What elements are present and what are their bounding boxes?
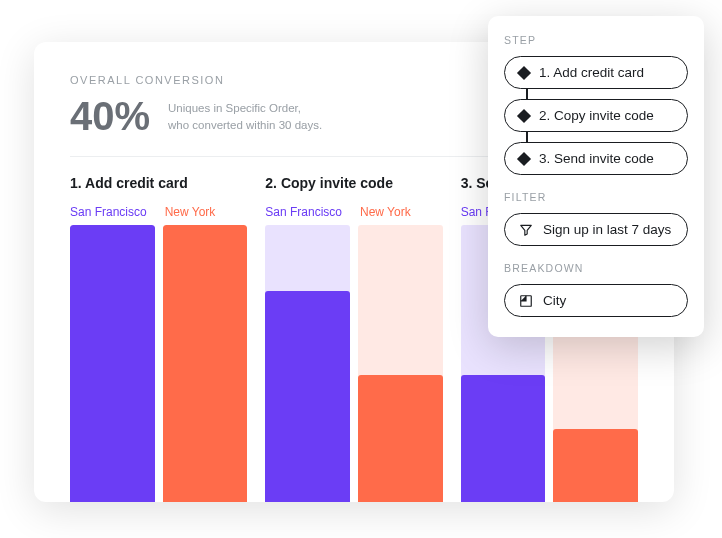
breakdown-icon: [519, 294, 533, 308]
bar-fill: [553, 429, 638, 502]
bar-fill: [358, 375, 443, 502]
filter-section: FILTER Sign up in last 7 days: [504, 191, 688, 246]
breakdown-pill-label: City: [543, 293, 566, 308]
bar-group: [70, 225, 247, 502]
city-label-sf: San Francisco: [70, 205, 153, 219]
city-label-ny: New York: [165, 205, 248, 219]
step-pill-label: 2. Copy invite code: [539, 108, 654, 123]
breakdown-section-label: BREAKDOWN: [504, 262, 688, 274]
subtext-line: who converted within 30 days.: [168, 117, 322, 134]
bar-fill: [163, 225, 248, 502]
step-list: 1. Add credit card 2. Copy invite code 3…: [504, 56, 688, 175]
step-pill-3[interactable]: 3. Send invite code: [504, 142, 688, 175]
filter-section-label: FILTER: [504, 191, 688, 203]
breakdown-pill[interactable]: City: [504, 284, 688, 317]
city-labels: San Francisco New York: [265, 205, 442, 219]
bar-fill: [70, 225, 155, 502]
step-pill-label: 1. Add credit card: [539, 65, 644, 80]
funnel-icon: [519, 223, 533, 237]
bar-ny[interactable]: [163, 225, 248, 502]
svg-marker-0: [521, 225, 532, 235]
filter-pill[interactable]: Sign up in last 7 days: [504, 213, 688, 246]
city-label-sf: San Francisco: [265, 205, 348, 219]
step-pill-2[interactable]: 2. Copy invite code: [504, 99, 688, 132]
step-pill-label: 3. Send invite code: [539, 151, 654, 166]
bar-ny[interactable]: [358, 225, 443, 502]
overall-conversion-percent: 40%: [70, 96, 150, 136]
step-connector: [526, 132, 528, 142]
bar-fill: [265, 291, 350, 502]
breakdown-section: BREAKDOWN City: [504, 262, 688, 317]
bar-group: [265, 225, 442, 502]
diamond-icon: [517, 65, 531, 79]
subtext-line: Uniques in Specific Order,: [168, 100, 322, 117]
config-panel: STEP 1. Add credit card 2. Copy invite c…: [488, 16, 704, 337]
bar-sf[interactable]: [70, 225, 155, 502]
step-connector: [526, 89, 528, 99]
funnel-step-2: 2. Copy invite code San Francisco New Yo…: [265, 175, 442, 502]
diamond-icon: [517, 108, 531, 122]
funnel-step-1: 1. Add credit card San Francisco New Yor…: [70, 175, 247, 502]
filter-pill-label: Sign up in last 7 days: [543, 222, 671, 237]
funnel-step-title: 2. Copy invite code: [265, 175, 442, 191]
conversion-subtext: Uniques in Specific Order, who converted…: [168, 96, 322, 133]
step-pill-1[interactable]: 1. Add credit card: [504, 56, 688, 89]
bar-sf[interactable]: [265, 225, 350, 502]
city-labels: San Francisco New York: [70, 205, 247, 219]
bar-fill: [461, 375, 546, 502]
funnel-step-title: 1. Add credit card: [70, 175, 247, 191]
step-section-label: STEP: [504, 34, 688, 46]
step-section: STEP 1. Add credit card 2. Copy invite c…: [504, 34, 688, 175]
city-label-ny: New York: [360, 205, 443, 219]
diamond-icon: [517, 151, 531, 165]
